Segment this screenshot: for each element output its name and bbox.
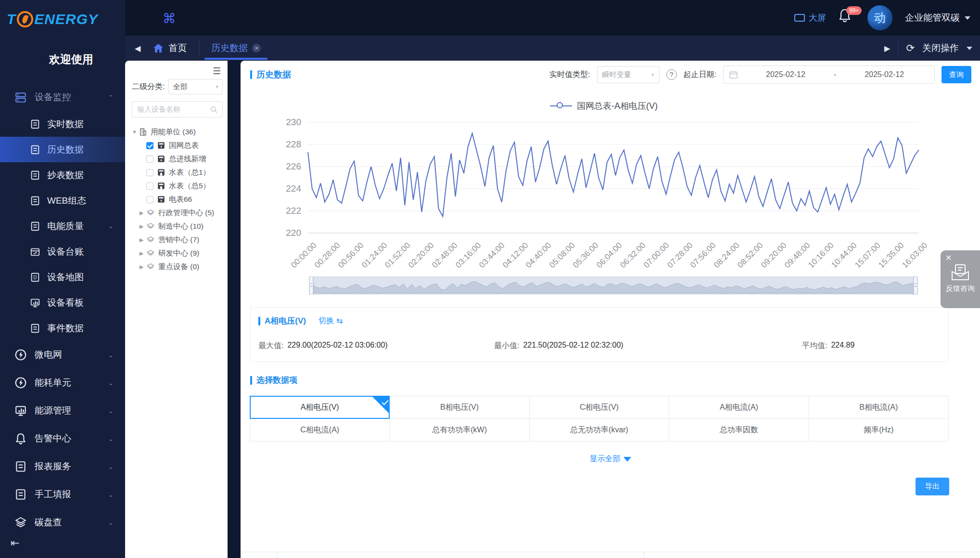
sidebar-item-9[interactable]: 事件数据: [0, 315, 125, 341]
tree-folder-1[interactable]: ▶ 制造中心 (10): [132, 220, 223, 233]
tree-device-label: 国网总表: [169, 141, 199, 151]
device-search-input[interactable]: 输入设备名称: [132, 101, 223, 117]
data-item-button-8[interactable]: 总功率因数: [669, 418, 809, 441]
datazoom-handle[interactable]: [309, 276, 313, 295]
sidebar-item-label: 设备台账: [47, 246, 84, 258]
close-operations-label[interactable]: 关闭操作: [922, 42, 959, 54]
caret-collapsed-icon[interactable]: ▶: [140, 223, 146, 230]
help-icon[interactable]: ?: [666, 69, 677, 80]
data-item-button-3[interactable]: A相电流(A): [669, 396, 809, 419]
sidebar-item-label: 报表服务: [35, 460, 71, 473]
tab-home[interactable]: 首页: [140, 36, 199, 61]
sidebar-item-14[interactable]: 报表服务⌄: [0, 453, 125, 480]
sidebar-item-10[interactable]: 微电网⌄: [0, 341, 125, 369]
tree-device-3[interactable]: 水表（总5）: [132, 179, 223, 193]
close-icon[interactable]: ✕: [945, 253, 952, 262]
feedback-widget[interactable]: ✕ 反馈咨询: [941, 250, 980, 308]
sidebar-item-1[interactable]: 实时数据: [0, 111, 125, 137]
data-item-button-7[interactable]: 总无功功率(kvar): [529, 418, 669, 441]
sidebar-item-4[interactable]: WEB组态: [0, 188, 125, 213]
tree-device-4[interactable]: 电表66: [132, 193, 223, 206]
sidebar-item-7[interactable]: D设备地图: [0, 264, 125, 290]
tabs-scroll-right-icon[interactable]: ▶: [884, 44, 890, 53]
folder-layers-icon: [146, 249, 155, 258]
water-meter-icon: [157, 182, 165, 190]
checkbox[interactable]: [146, 142, 153, 149]
sidebar-item-8[interactable]: 设备看板: [0, 290, 125, 315]
tree-folder-2[interactable]: ▶ 营销中心 (7): [132, 233, 223, 247]
switch-link[interactable]: 切换 ⇆: [318, 316, 343, 326]
sidebar-item-3[interactable]: 抄表数据: [0, 162, 125, 188]
notification-badge: 99+: [846, 6, 862, 15]
sidebar-item-0[interactable]: 设备监控⌃: [0, 83, 125, 111]
search-icon: [210, 106, 217, 113]
bolt-icon: [14, 376, 27, 389]
avatar[interactable]: 动: [867, 5, 892, 30]
show-all-toggle[interactable]: 显示全部: [241, 454, 980, 464]
caret-collapsed-icon[interactable]: ▶: [140, 237, 146, 243]
realtime-type-select[interactable]: 瞬时变量 ▾: [597, 66, 660, 83]
date-start-value[interactable]: 2025-02-12: [741, 70, 830, 79]
sidebar-item-2[interactable]: 历史数据: [0, 137, 125, 162]
refresh-icon[interactable]: ⟳: [906, 42, 915, 54]
tree-folder-4[interactable]: ▶ 重点设备 (0): [132, 260, 223, 273]
sidebar-item-5[interactable]: 电能质量⌄: [0, 213, 125, 239]
caret-collapsed-icon[interactable]: ▶: [140, 210, 146, 216]
checkbox[interactable]: [146, 182, 153, 190]
tabs-scroll-left-icon[interactable]: ◀: [135, 44, 140, 53]
tree-device-2[interactable]: 水表（总1）: [132, 166, 223, 179]
map-icon: D: [30, 272, 40, 283]
caret-expanded-icon[interactable]: ▼: [132, 129, 139, 135]
data-item-button-2[interactable]: C相电压(V): [529, 396, 669, 419]
sidebar-item-13[interactable]: 告警中心⌄: [0, 425, 125, 453]
checkbox[interactable]: [146, 196, 153, 203]
triangle-down-icon: [624, 457, 631, 462]
sidebar-item-6[interactable]: 设备台账: [0, 239, 125, 264]
sidebar-collapse-icon[interactable]: ⇤: [11, 537, 19, 549]
org-switcher[interactable]: 企业能管双碳: [905, 12, 970, 24]
tree-folder-0[interactable]: ▶ 行政管理中心 (5): [132, 206, 223, 220]
tab-close-icon[interactable]: ✕: [252, 44, 261, 52]
apps-grid-icon[interactable]: ⌘: [163, 11, 176, 26]
tree-root-label: 用能单位 (36): [151, 127, 196, 137]
chart-legend[interactable]: 国网总表-A相电压(V): [260, 100, 948, 112]
notifications-button[interactable]: 99+: [839, 8, 855, 27]
chart-datazoom-slider[interactable]: [308, 276, 919, 295]
checkbox[interactable]: [146, 156, 153, 163]
tree-folder-3[interactable]: ▶ 研发中心 (9): [132, 247, 223, 260]
caret-collapsed-icon[interactable]: ▶: [140, 264, 146, 270]
sidebar-item-11[interactable]: 能耗单元⌄: [0, 369, 125, 397]
data-item-button-9[interactable]: 频率(Hz): [809, 418, 949, 441]
sidebar-item-label: 实时数据: [47, 118, 84, 130]
class-filter-select[interactable]: 全部 ▾: [168, 79, 223, 94]
caret-collapsed-icon[interactable]: ▶: [140, 250, 146, 257]
sidebar-item-12[interactable]: 能源管理⌄: [0, 397, 125, 425]
chevron-down-icon[interactable]: [967, 47, 972, 50]
feedback-button[interactable]: 反馈咨询: [941, 264, 980, 293]
ledger-icon: [30, 247, 40, 257]
chevron-down-icon: ⌄: [108, 463, 114, 470]
data-item-button-4[interactable]: B相电流(A): [809, 396, 949, 419]
folder-layers-icon: [146, 262, 155, 271]
data-item-button-0[interactable]: A相电压(V): [250, 396, 390, 419]
date-range-input[interactable]: 2025-02-12 - 2025-02-12: [723, 65, 935, 84]
checkbox[interactable]: [146, 169, 153, 176]
export-button[interactable]: 导出: [916, 478, 949, 495]
sidebar-item-15[interactable]: 手工填报⌄: [0, 480, 125, 508]
query-button[interactable]: 查询: [942, 66, 971, 83]
x-tick-label: 01:24:00: [360, 241, 389, 270]
bigscreen-label: 大屏: [809, 12, 826, 24]
tree-device-1[interactable]: 总进线新增: [132, 152, 223, 166]
sidebar-item-16[interactable]: 碳盘查⌄: [0, 508, 125, 536]
data-item-button-1[interactable]: B相电压(V): [389, 396, 529, 419]
data-item-button-6[interactable]: 总有功功率(kW): [389, 418, 529, 441]
bigscreen-button[interactable]: 大屏: [794, 12, 826, 24]
date-end-value[interactable]: 2025-02-12: [840, 70, 929, 79]
tree-device-0[interactable]: 国网总表: [132, 139, 223, 152]
tree-menu-icon[interactable]: ☰: [213, 65, 221, 77]
tree-root[interactable]: ▼ 用能单位 (36): [132, 125, 223, 139]
datazoom-handle[interactable]: [914, 276, 917, 295]
svg-text:228: 228: [286, 139, 301, 149]
data-item-button-5[interactable]: C相电流(A): [250, 418, 390, 441]
tab-history-data[interactable]: 历史数据 ✕: [200, 36, 272, 61]
